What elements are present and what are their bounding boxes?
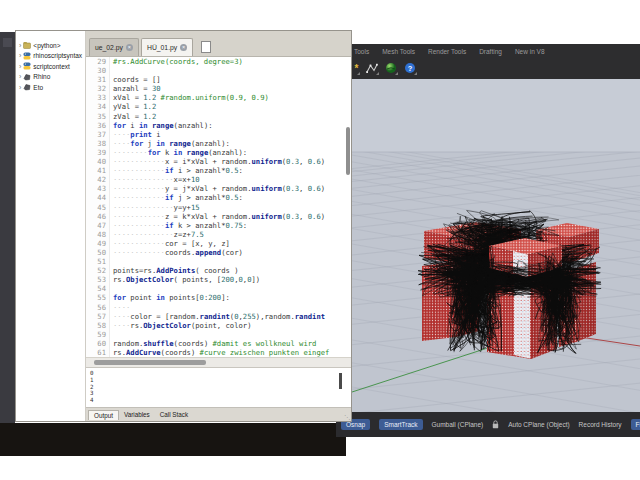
sidebar-item-python[interactable]: ›<python>: [16, 40, 85, 51]
code-line[interactable]: [113, 66, 351, 75]
code-line[interactable]: random.shuffle(coords) #damit es wollkne…: [113, 339, 351, 348]
line-number: 59: [86, 330, 106, 339]
code-editor[interactable]: 2930313233343536373839404142434445464748…: [86, 57, 351, 357]
code-line[interactable]: ············coords.append(cor): [113, 248, 351, 257]
code-line[interactable]: yVal = 1.2: [113, 102, 351, 111]
line-number: 38: [86, 139, 106, 148]
code-line[interactable]: coords = []: [113, 75, 351, 84]
toolbar-tab-drafting[interactable]: Drafting: [479, 48, 502, 55]
status-smarttrack[interactable]: SmartTrack: [379, 419, 422, 430]
rhino-left-toolbar-icon[interactable]: [3, 38, 12, 47]
code-line[interactable]: ············x = i*xVal + random.uniform(…: [113, 157, 351, 166]
editor-tab-bar: ue_02.py×HÜ_01.py×: [86, 31, 351, 57]
output-line: 3: [90, 390, 351, 397]
rhino-toolbar-icon-row: *?: [350, 57, 640, 77]
code-line[interactable]: ············if i > anzahl*0.5:: [113, 166, 351, 175]
status-auto-cplane-object-[interactable]: Auto CPlane (Object): [508, 421, 569, 428]
help-icon[interactable]: ?: [403, 61, 417, 75]
cutoff-toolbar-icon[interactable]: *: [353, 61, 360, 75]
perspective-viewport[interactable]: [350, 79, 640, 412]
sidebar-item-scriptcontext[interactable]: ›scriptcontext: [16, 61, 85, 72]
line-number: 58: [86, 321, 106, 330]
code-line[interactable]: anzahl = 30: [113, 84, 351, 93]
code-line[interactable]: ····color = [random.randint(0,255),rando…: [113, 312, 351, 321]
line-number: 37: [86, 130, 106, 139]
editor-tab-ue-02-py[interactable]: ue_02.py×: [89, 38, 139, 56]
window-resize-grip[interactable]: ⋱: [344, 414, 350, 420]
code-line[interactable]: ··············y=y+15: [113, 203, 351, 212]
line-number: 45: [86, 203, 106, 212]
code-line[interactable]: ············cor = [x, y, z]: [113, 239, 351, 248]
output-tab-bar: OutputVariablesCall Stack: [86, 407, 351, 421]
code-line[interactable]: rs.ObjectColor( points, [200,0,0]): [113, 275, 351, 284]
output-line: 0: [90, 370, 351, 377]
code-line[interactable]: for i in range(anzahl):: [113, 121, 351, 130]
code-line[interactable]: [113, 257, 351, 266]
code-line[interactable]: ····for j in range(anzahl):: [113, 139, 351, 148]
line-number: 61: [86, 348, 106, 357]
sidebar-item-rhino[interactable]: ›Rhino: [16, 72, 85, 83]
screen: { "rhino": { "toolbar_tabs": ["Tools", "…: [0, 0, 640, 480]
sidebar-item-rhinoscriptsyntax[interactable]: ›rhinoscriptsyntax: [16, 51, 85, 62]
python-editor-window: ›<python>›rhinoscriptsyntax›scriptcontex…: [15, 30, 352, 422]
code-line[interactable]: ····print i: [113, 130, 351, 139]
line-number: 33: [86, 93, 106, 102]
line-number: 54: [86, 284, 106, 293]
code-line[interactable]: rs.AddCurve(coords) #curve zwischen punk…: [113, 348, 351, 357]
new-file-button[interactable]: [201, 41, 211, 53]
status-filter[interactable]: Filter: [631, 419, 640, 430]
shaded-globe-icon[interactable]: [384, 61, 398, 75]
rhino-icon: [23, 83, 31, 91]
rhino-bottom-strip: [0, 423, 346, 456]
code-line[interactable]: ··············z=z+7.5: [113, 230, 351, 239]
toolbar-tab-mesh-tools[interactable]: Mesh Tools: [382, 48, 415, 55]
code-line[interactable]: zVal = 1.2: [113, 112, 351, 121]
line-number: 44: [86, 193, 106, 202]
code-line[interactable]: ····rs.ObjectColor(point, color): [113, 321, 351, 330]
code-horizontal-scrollbar[interactable]: [86, 357, 351, 367]
code-line[interactable]: ····: [113, 303, 351, 312]
code-line[interactable]: for point in points[0:200]:: [113, 293, 351, 302]
output-tab-output[interactable]: Output: [88, 410, 119, 420]
line-number: 36: [86, 121, 106, 130]
expand-chevron-icon: ›: [19, 84, 21, 91]
toolbar-tab-render-tools[interactable]: Render Tools: [428, 48, 466, 55]
code-vertical-scrollbar[interactable]: [346, 127, 350, 175]
help-icon: ?: [404, 62, 416, 74]
code-line[interactable]: ············y = j*xVal + random.uniform(…: [113, 184, 351, 193]
editor-tab-h-01-py[interactable]: HÜ_01.py×: [141, 38, 193, 56]
line-number: 60: [86, 339, 106, 348]
package-icon: [23, 41, 31, 49]
sidebar-item-eto[interactable]: ›Eto: [16, 82, 85, 93]
code-line[interactable]: ············z = k*xVal + random.uniform(…: [113, 212, 351, 221]
close-tab-icon[interactable]: ×: [180, 44, 187, 51]
status-record-history[interactable]: Record History: [579, 421, 622, 428]
code-line[interactable]: points=rs.AddPoints( coords ): [113, 266, 351, 275]
line-number: 50: [86, 248, 106, 257]
code-text-area[interactable]: #rs.AddCurve(coords, degree=3) coords = …: [110, 57, 351, 357]
toolbar-tab-tools[interactable]: Tools: [354, 48, 369, 55]
status-gumball-cplane-[interactable]: Gumball (CPlane): [432, 421, 484, 428]
code-line[interactable]: xVal = 1.2 #random.uniform(0.9, 0.9): [113, 93, 351, 102]
line-number: 30: [86, 66, 106, 75]
code-line[interactable]: [113, 284, 351, 293]
line-number: 56: [86, 303, 106, 312]
horizontal-scrollbar-thumb[interactable]: [94, 360, 206, 365]
code-line[interactable]: [113, 330, 351, 339]
output-scrollbar-thumb[interactable]: [339, 373, 342, 389]
line-number: 40: [86, 157, 106, 166]
output-tab-variables[interactable]: Variables: [119, 410, 155, 419]
output-line: 4: [90, 397, 351, 404]
code-line[interactable]: ········for k in range(anzahl):: [113, 148, 351, 157]
shaded-globe-icon: [385, 62, 397, 74]
svg-text:?: ?: [408, 64, 413, 73]
code-line[interactable]: ············if k > anzahl*0.75:: [113, 221, 351, 230]
rhino-status-bar: OsnapSmartTrackGumball (CPlane)Auto CPla…: [336, 412, 640, 437]
toolbar-tab-new-in-v8[interactable]: New in V8: [515, 48, 545, 55]
polyline-icon[interactable]: [365, 61, 379, 75]
close-tab-icon[interactable]: ×: [126, 44, 133, 51]
output-tab-call-stack[interactable]: Call Stack: [155, 410, 193, 419]
code-line[interactable]: ··············x=x+10: [113, 175, 351, 184]
code-line[interactable]: #rs.AddCurve(coords, degree=3): [113, 57, 351, 66]
code-line[interactable]: ············if j > anzahl*0.5:: [113, 193, 351, 202]
